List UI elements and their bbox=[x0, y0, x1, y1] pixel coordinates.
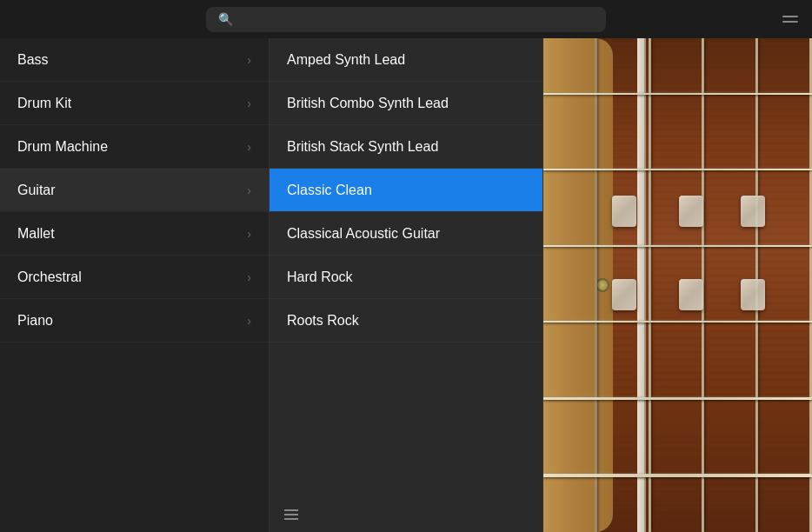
fret-inlay-inlay-2b bbox=[679, 279, 703, 310]
fret-inlay-inlay-3a bbox=[741, 196, 765, 227]
inlays-container bbox=[543, 38, 812, 532]
category-item-piano[interactable]: Piano › bbox=[0, 299, 269, 342]
category-label: Guitar bbox=[17, 183, 56, 198]
category-label: Drum Kit bbox=[17, 96, 71, 111]
chevron-right-icon: › bbox=[247, 140, 251, 154]
preset-label: Classic Clean bbox=[287, 183, 372, 198]
preset-item-roots-rock[interactable]: Roots Rock bbox=[270, 299, 542, 342]
search-input-wrapper: 🔍 bbox=[206, 7, 606, 32]
chevron-right-icon: › bbox=[247, 314, 251, 328]
chevron-right-icon: › bbox=[247, 53, 251, 67]
preset-item-british-combo-synth-lead[interactable]: British Combo Synth Lead bbox=[270, 82, 542, 125]
preset-label: Hard Rock bbox=[287, 269, 353, 285]
preset-item-classical-acoustic-guitar[interactable]: Classical Acoustic Guitar bbox=[270, 212, 542, 256]
preset-item-british-stack-synth-lead[interactable]: British Stack Synth Lead bbox=[270, 125, 542, 169]
preset-panel: Amped Synth Lead British Combo Synth Lea… bbox=[270, 38, 543, 532]
chevron-right-icon: › bbox=[247, 270, 251, 284]
category-item-orchestral[interactable]: Orchestral › bbox=[0, 256, 269, 299]
fret-inlay-inlay-3b bbox=[741, 279, 765, 310]
preset-item-amped-synth-lead[interactable]: Amped Synth Lead bbox=[270, 38, 542, 82]
panel-menu-icon[interactable] bbox=[270, 497, 313, 532]
category-panel: Bass › Drum Kit › Drum Machine › Guitar … bbox=[0, 38, 270, 532]
fret-inlay-inlay-2a bbox=[679, 196, 703, 227]
search-bar: 🔍 bbox=[0, 0, 812, 38]
panel-menu-icon-inner bbox=[284, 509, 298, 520]
chevron-right-icon: › bbox=[247, 183, 251, 197]
category-item-drum-kit[interactable]: Drum Kit › bbox=[0, 82, 269, 125]
preset-item-hard-rock[interactable]: Hard Rock bbox=[270, 256, 542, 299]
search-icon: 🔍 bbox=[218, 12, 233, 26]
preset-label: Amped Synth Lead bbox=[287, 52, 405, 68]
chevron-right-icon: › bbox=[247, 96, 251, 110]
preset-label: British Combo Synth Lead bbox=[287, 96, 449, 111]
fret-inlay-inlay-1b bbox=[612, 279, 636, 310]
menu-icon[interactable] bbox=[782, 16, 798, 23]
category-label: Orchestral bbox=[17, 269, 82, 285]
category-item-bass[interactable]: Bass › bbox=[0, 38, 269, 82]
category-label: Bass bbox=[17, 52, 49, 68]
fretboard-area[interactable] bbox=[543, 38, 812, 532]
fret-inlay-inlay-1a bbox=[612, 196, 636, 227]
category-item-drum-machine[interactable]: Drum Machine › bbox=[0, 125, 269, 169]
category-label: Drum Machine bbox=[17, 139, 108, 155]
preset-label: Classical Acoustic Guitar bbox=[287, 226, 440, 242]
category-label: Mallet bbox=[17, 226, 55, 242]
preset-label: British Stack Synth Lead bbox=[287, 139, 438, 155]
category-item-guitar[interactable]: Guitar › bbox=[0, 169, 269, 212]
search-input[interactable] bbox=[238, 12, 594, 27]
preset-item-classic-clean[interactable]: Classic Clean bbox=[270, 169, 542, 212]
main-content: Bass › Drum Kit › Drum Machine › Guitar … bbox=[0, 38, 812, 532]
chevron-right-icon: › bbox=[247, 227, 251, 241]
preset-label: Roots Rock bbox=[287, 313, 359, 329]
category-item-mallet[interactable]: Mallet › bbox=[0, 212, 269, 256]
category-label: Piano bbox=[17, 313, 53, 329]
